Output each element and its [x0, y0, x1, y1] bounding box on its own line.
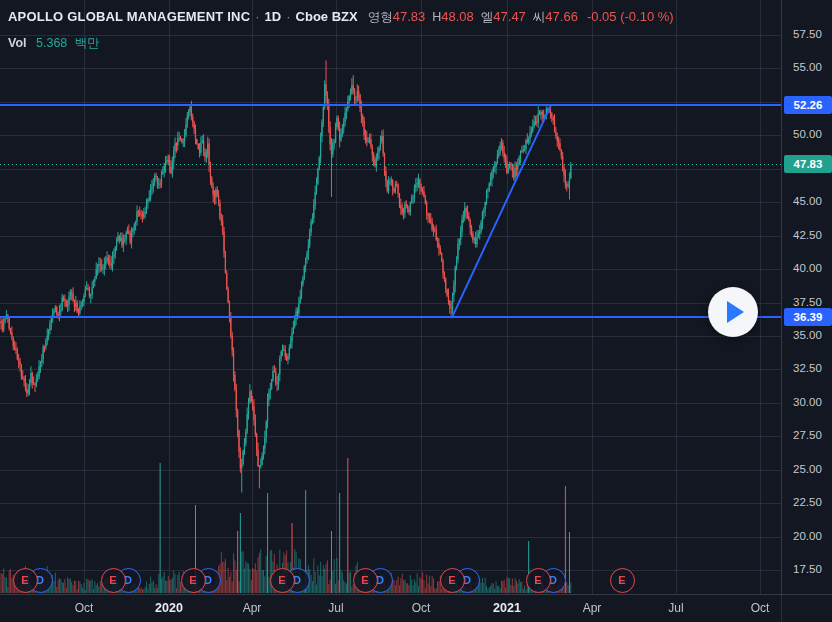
price-tick-label: 30.00 [793, 396, 822, 408]
time-tick-month: Jul [668, 601, 683, 615]
time-tick-year: 2020 [155, 601, 183, 615]
axis-corner-divider [781, 595, 782, 622]
current-price-badge: 47.83 [784, 155, 832, 173]
replay-play-button[interactable] [708, 287, 758, 337]
time-tick-month: Apr [243, 601, 262, 615]
time-tick-month: Oct [412, 601, 431, 615]
price-tick-label: 40.00 [793, 262, 822, 274]
time-axis[interactable]: Oct2020AprJulOct2021AprJulOct [0, 594, 832, 622]
earnings-badge[interactable]: E [13, 568, 38, 593]
tradingview-chart-window: APOLLO GLOBAL MANAGEMENT INC · 1D · Cboe… [0, 0, 832, 622]
level-price-lower-value: 36.39 [794, 311, 823, 323]
price-tick-label: 35.00 [793, 329, 822, 341]
price-tick-label: 50.00 [793, 128, 822, 140]
price-tick-label: 17.50 [793, 563, 822, 575]
earnings-badge[interactable]: E [101, 568, 126, 593]
price-tick-label: 42.50 [793, 229, 822, 241]
time-tick-month: Apr [583, 601, 602, 615]
current-price-value: 47.83 [794, 158, 823, 170]
earnings-badge[interactable]: E [440, 568, 465, 593]
price-tick-label: 57.50 [793, 28, 822, 40]
time-tick-month: Oct [75, 601, 94, 615]
price-tick-label: 55.00 [793, 61, 822, 73]
play-icon [727, 301, 744, 323]
earnings-badge[interactable]: E [610, 568, 635, 593]
price-tick-label: 45.00 [793, 195, 822, 207]
level-price-badge-upper[interactable]: 52.26 [784, 96, 832, 114]
price-tick-label: 27.50 [793, 429, 822, 441]
time-tick-month: Jul [328, 601, 343, 615]
price-tick-label: 20.00 [793, 530, 822, 542]
price-axis[interactable]: 57.5055.0052.5050.0047.5045.0042.5040.00… [781, 0, 832, 594]
price-tick-label: 37.50 [793, 296, 822, 308]
time-tick-month: Oct [751, 601, 770, 615]
earnings-badge[interactable]: E [181, 568, 206, 593]
level-price-upper-value: 52.26 [794, 99, 823, 111]
earnings-badge[interactable]: E [270, 568, 295, 593]
price-tick-label: 25.00 [793, 463, 822, 475]
price-tick-label: 22.50 [793, 496, 822, 508]
time-tick-year: 2021 [493, 601, 521, 615]
price-chart-canvas[interactable] [0, 0, 781, 594]
level-price-badge-lower[interactable]: 36.39 [784, 308, 832, 326]
earnings-badge[interactable]: E [526, 568, 551, 593]
price-tick-label: 32.50 [793, 362, 822, 374]
earnings-badge[interactable]: E [353, 568, 378, 593]
